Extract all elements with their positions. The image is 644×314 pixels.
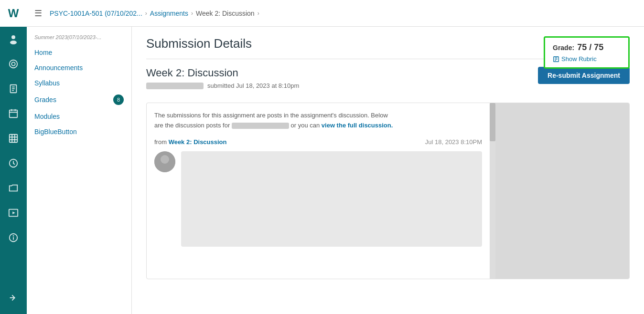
discussion-info-text: The submissions for this assignment are … [154,111,482,131]
top-bar: ☰ PSYC-1001A-501 (07/10/202... › Assignm… [27,0,644,27]
post-date: Jul 18, 2023 8:10PM [425,138,482,146]
media-icon[interactable] [0,200,27,225]
nav-item-home[interactable]: Home [27,45,131,60]
nav-item-grades[interactable]: Grades 8 [27,91,131,109]
calendar-icon[interactable] [0,101,27,126]
post-header: from Week 2: Discussion Jul 18, 2023 8:1… [154,138,482,146]
svg-rect-8 [10,110,18,118]
nav-item-modules[interactable]: Modules [27,109,131,124]
folder-icon[interactable] [0,176,27,200]
discussion-main: The submissions for this assignment are … [147,103,490,279]
submitted-info: submitted Jul 18, 2023 at 8:10pm [146,82,299,89]
breadcrumb: PSYC-1001A-501 (07/10/202... › Assignmen… [50,10,259,17]
hamburger-menu-button[interactable]: ☰ [34,8,42,19]
svg-point-3 [11,62,15,65]
grade-box: Grade: 75 / 75 Show Rubric [544,36,630,69]
breadcrumb-sep-2: › [191,10,193,17]
inbox-icon[interactable] [0,52,27,76]
discussion-box: The submissions for this assignment are … [146,103,630,279]
info-icon[interactable] [0,225,27,250]
grades-badge: 8 [113,94,124,105]
assignment-title: Week 2: Discussion [146,67,299,79]
grade-label: Grade: [553,44,574,52]
post-body [154,151,482,247]
nav-item-bigbluebutton[interactable]: BigBlueButton [27,124,131,139]
svg-point-29 [161,155,169,164]
gradebook-icon[interactable] [0,126,27,151]
avatar [154,151,175,172]
show-rubric-link[interactable]: Show Rubric [553,55,621,63]
discussion-username-redacted [232,123,289,129]
right-panel [495,103,629,279]
discussion-scrollbar[interactable] [490,103,495,279]
resubmit-assignment-button[interactable]: Re-submit Assignment [538,67,630,84]
nav-item-syllabus[interactable]: Syllabus [27,75,131,91]
post-content [181,151,482,247]
breadcrumb-sep-1: › [145,10,147,17]
breadcrumb-course-link[interactable]: PSYC-1001A-501 (07/10/202... [50,10,142,17]
grade-value: 75 / 75 [577,42,603,52]
nav-item-announcements[interactable]: Announcements [27,60,131,75]
svg-marker-19 [12,211,15,214]
user-avatar-icon[interactable] [0,27,27,52]
content-area: Summer 2023(07/10/2023-... Home Announce… [27,27,644,314]
canvas-logo[interactable]: W [0,0,27,27]
svg-point-2 [10,60,18,68]
svg-point-22 [13,236,14,236]
svg-point-0 [11,35,15,39]
breadcrumb-current: Week 2: Discussion [196,10,255,17]
scrollbar-thumb[interactable] [490,103,495,141]
breadcrumb-sep-3: › [258,10,259,17]
breadcrumb-assignments-link[interactable]: Assignments [150,10,188,17]
assignments-nav-icon[interactable] [0,76,27,101]
view-full-discussion-link[interactable]: view the full discussion. [322,122,393,129]
svg-point-1 [10,41,17,44]
main-content: Grade: 75 / 75 Show Rubric Submission De… [132,27,644,314]
rubric-icon [553,56,559,63]
course-label: Summer 2023(07/10/2023-... [27,32,131,45]
username-redacted [146,83,204,89]
svg-rect-12 [10,135,18,143]
nav-sidebar: Summer 2023(07/10/2023-... Home Announce… [27,27,132,314]
icon-sidebar: W [0,0,27,314]
clock-icon[interactable] [0,151,27,176]
post-from-label: from Week 2: Discussion [154,138,227,146]
post-from-link[interactable]: Week 2: Discussion [169,138,227,146]
collapse-sidebar-icon[interactable] [0,285,27,310]
